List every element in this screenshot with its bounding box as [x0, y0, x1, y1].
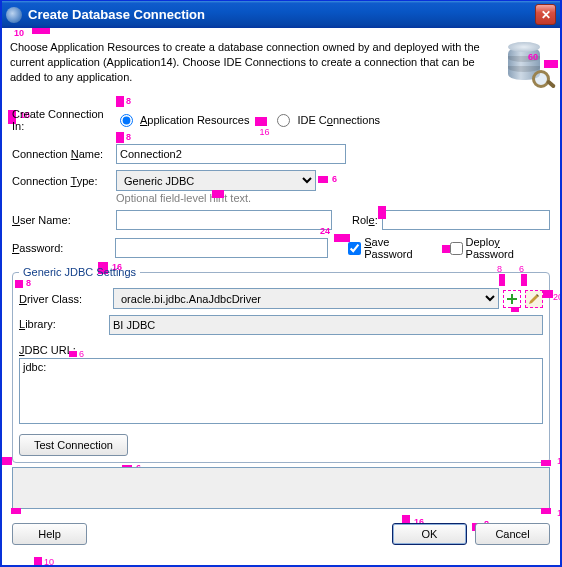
- close-button[interactable]: ✕: [535, 4, 556, 25]
- gap-label: 10: [557, 456, 562, 466]
- password-label: Password:: [12, 242, 115, 254]
- gap-marker: [11, 508, 21, 514]
- gap-label: 8: [126, 132, 131, 142]
- hint-text: Optional field-level hint text.: [116, 192, 251, 204]
- gap-label: 8: [126, 96, 131, 106]
- gap-marker: [255, 117, 267, 126]
- password-input[interactable]: [115, 238, 329, 258]
- save-password-label: Save Password: [364, 236, 439, 260]
- app-resources-radio[interactable]: [120, 114, 133, 127]
- role-input[interactable]: [382, 210, 550, 230]
- app-resources-label: AApplication Resourcespplication Resourc…: [140, 114, 249, 126]
- jdbc-settings-group: Generic JDBC Settings 8 Driver Class: Dr…: [12, 266, 550, 463]
- window-title: Create Database Connection: [28, 7, 535, 22]
- edit-driver-button[interactable]: [525, 290, 543, 308]
- gap-marker: [32, 28, 50, 34]
- gap-marker: [116, 132, 124, 143]
- username-label: User Name:: [12, 214, 116, 226]
- gap-marker: [521, 274, 527, 286]
- gap-label: 6: [79, 349, 84, 359]
- titlebar: Create Database Connection ✕: [2, 0, 560, 28]
- role-label: Role:: [352, 214, 378, 226]
- gap-marker: [541, 508, 551, 514]
- deploy-password-label: Deploy Password: [466, 236, 550, 260]
- gap-marker: [378, 206, 386, 219]
- gap-label: 20: [553, 292, 562, 302]
- gap-label: 10: [14, 28, 24, 38]
- gap-marker: [499, 274, 505, 286]
- driver-class-label: Driver Class:: [19, 293, 109, 305]
- jdbc-settings-legend: Generic JDBC Settings: [19, 266, 140, 278]
- create-in-label: Create Connection In:: [12, 108, 116, 132]
- username-input[interactable]: [116, 210, 332, 230]
- gap-marker: [34, 557, 42, 566]
- add-driver-button[interactable]: [503, 290, 521, 308]
- gap-marker: [334, 234, 350, 242]
- gap-label: 16: [259, 127, 269, 137]
- conn-name-label: Connection Name:: [12, 148, 116, 160]
- test-connection-button[interactable]: TTest Connectionest Connection: [19, 434, 128, 456]
- cancel-button[interactable]: Cancel: [475, 523, 550, 545]
- gap-marker: [318, 176, 328, 183]
- driver-class-select[interactable]: oracle.bi.jdbc.AnaJdbcDriver: [113, 288, 499, 309]
- gap-marker: [541, 460, 551, 466]
- gap-label: 8: [26, 278, 31, 288]
- ok-button[interactable]: OK: [392, 523, 467, 545]
- test-output-area: 10 10: [12, 467, 550, 509]
- gap-marker: [15, 280, 23, 288]
- gap-label: 24: [320, 226, 330, 236]
- conn-type-select[interactable]: Generic JDBC: [116, 170, 316, 191]
- gap-marker: [543, 290, 553, 298]
- conn-type-label: Connection Type:: [12, 175, 116, 187]
- gap-marker: [544, 60, 558, 68]
- conn-name-input[interactable]: [116, 144, 346, 164]
- gap-marker: [511, 307, 519, 312]
- jdbc-url-textarea[interactable]: jdbc:: [19, 358, 543, 424]
- jdbc-url-label: JDBC URL:: [19, 341, 109, 356]
- gap-marker: [212, 190, 224, 198]
- gap-marker: [69, 351, 77, 357]
- intro-text: Choose Application Resources to create a…: [4, 40, 496, 85]
- library-input: [109, 315, 543, 335]
- library-label: Library:: [19, 315, 109, 330]
- app-icon: [6, 7, 22, 23]
- gap-marker: [442, 245, 450, 253]
- deploy-password-checkbox[interactable]: [450, 242, 463, 255]
- ide-connections-radio[interactable]: [277, 114, 290, 127]
- gap-label: 6: [332, 174, 337, 184]
- save-password-checkbox[interactable]: [348, 242, 361, 255]
- gap-label: 10: [44, 557, 54, 567]
- gap-marker: [116, 96, 124, 107]
- gap-label: 8: [497, 264, 502, 274]
- gap-label: 60: [528, 52, 538, 62]
- help-button[interactable]: Help: [12, 523, 87, 545]
- gap-marker: [2, 457, 12, 465]
- gap-label: 6: [519, 264, 524, 274]
- ide-connections-label: IDE ConnectionsIDE Connections: [297, 114, 380, 126]
